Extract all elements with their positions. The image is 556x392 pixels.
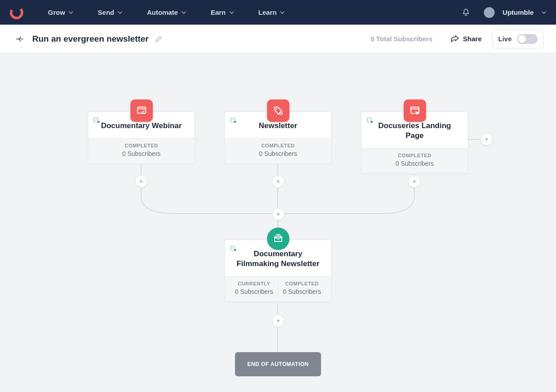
add-step-button[interactable]: +: [135, 175, 147, 188]
live-label: Live: [498, 35, 512, 43]
add-step-button[interactable]: +: [272, 175, 284, 188]
currently-label: CURRENTLY: [230, 281, 278, 286]
notifications-icon[interactable]: [461, 8, 470, 17]
completed-label: COMPLETED: [94, 143, 189, 148]
live-toggle-box: Live: [492, 30, 543, 48]
chevron-down-icon: [181, 11, 186, 14]
node-documentary-webinar[interactable]: Documentary Webinar COMPLETED 0 Subscrib…: [88, 112, 195, 164]
back-arrow-icon[interactable]: [15, 34, 24, 43]
nav-label: Grow: [48, 9, 65, 16]
page-header: Run an evergreen newsletter 0 Total Subs…: [0, 25, 556, 53]
svg-point-7: [234, 121, 237, 123]
toggle-knob: [518, 35, 526, 43]
total-subscribers: 0 Total Subscribers: [371, 35, 432, 43]
nav-earn[interactable]: Earn: [211, 9, 233, 16]
live-toggle[interactable]: [517, 34, 538, 44]
svg-point-11: [371, 121, 373, 123]
chevron-down-icon: [280, 11, 284, 14]
completed-value: 0 Subscribers: [367, 160, 462, 167]
share-button[interactable]: Share: [450, 35, 482, 43]
chevron-down-icon: [118, 11, 122, 14]
chevron-down-icon: [229, 11, 234, 14]
nav-label: Learn: [259, 9, 277, 16]
avatar: [484, 7, 495, 18]
node-title: Newsletter: [232, 121, 324, 131]
share-label: Share: [463, 35, 482, 43]
nav-grow[interactable]: Grow: [48, 9, 73, 16]
node-title: Docuseries Landing Page: [369, 121, 461, 141]
brand-logo[interactable]: [10, 6, 23, 19]
svg-point-4: [276, 108, 277, 109]
node-title: Documentary Webinar: [95, 121, 187, 131]
nav-learn[interactable]: Learn: [259, 9, 285, 16]
top-nav: Grow Send Automate Earn Learn Uptumble: [0, 0, 556, 25]
svg-point-0: [10, 6, 23, 19]
nav-automate[interactable]: Automate: [147, 9, 186, 16]
chevron-down-icon: [69, 11, 73, 14]
share-icon: [450, 35, 459, 43]
status-dot-icon: [94, 117, 100, 124]
user-name: Uptumble: [503, 9, 534, 16]
node-newsletter[interactable]: Newsletter COMPLETED 0 Subscribers: [224, 112, 332, 164]
page-title: Run an evergreen newsletter: [32, 34, 149, 44]
nav-label: Automate: [147, 9, 178, 16]
chevron-down-icon: [542, 11, 546, 14]
svg-rect-6: [231, 118, 234, 122]
add-entry-button[interactable]: +: [480, 133, 493, 146]
end-of-automation: END OF AUTOMATION: [235, 352, 321, 376]
completed-value: 0 Subscribers: [278, 288, 326, 295]
svg-point-13: [234, 249, 237, 251]
completed-label: COMPLETED: [230, 143, 326, 148]
automation-canvas[interactable]: Documentary Webinar COMPLETED 0 Subscrib…: [0, 53, 556, 392]
add-step-button[interactable]: +: [272, 314, 284, 327]
status-dot-icon: [230, 117, 237, 124]
completed-label: COMPLETED: [367, 153, 462, 158]
completed-value: 0 Subscribers: [94, 150, 189, 157]
add-step-button[interactable]: +: [272, 208, 284, 220]
svg-rect-10: [367, 118, 371, 122]
status-dot-icon: [230, 246, 237, 252]
svg-rect-2: [94, 118, 98, 122]
user-menu[interactable]: Uptumble: [484, 7, 546, 18]
svg-rect-12: [231, 246, 234, 250]
completed-label: COMPLETED: [278, 281, 326, 286]
nav-label: Earn: [211, 9, 225, 16]
pencil-icon[interactable]: [155, 35, 162, 43]
nav-send[interactable]: Send: [98, 9, 122, 16]
currently-value: 0 Subscribers: [230, 288, 278, 295]
add-step-button[interactable]: +: [408, 175, 421, 188]
status-dot-icon: [367, 117, 373, 124]
nav-label: Send: [98, 9, 114, 16]
svg-point-3: [98, 121, 100, 123]
completed-value: 0 Subscribers: [230, 150, 326, 157]
node-documentary-filmmaking-newsletter[interactable]: Documentary Filmmaking Newsletter CURREN…: [224, 240, 332, 302]
node-docuseries-landing-page[interactable]: Docuseries Landing Page COMPLETED 0 Subs…: [361, 112, 468, 174]
node-title: Documentary Filmmaking Newsletter: [232, 249, 324, 269]
